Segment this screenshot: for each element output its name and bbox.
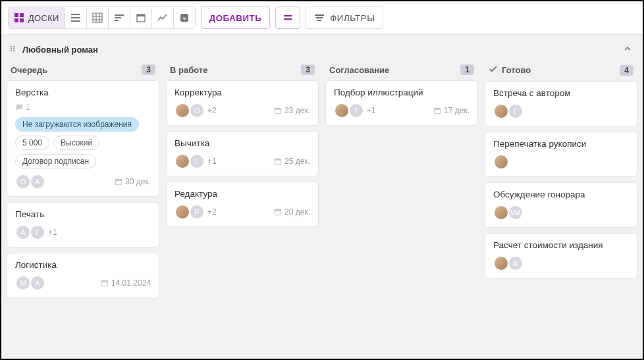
board-title: Любовный роман [22,45,98,55]
cards-list: Верстка1Не загружаются изображения5 000В… [7,80,159,298]
archive-icon [179,13,190,23]
view-grid-button[interactable] [87,7,109,28]
svg-rect-31 [275,159,281,161]
view-calendar-button[interactable] [130,7,152,28]
avatars: Г [174,153,203,169]
column-title: В работе [170,65,207,75]
column: Готово4Встреча с авторомГПерепечатка рук… [485,62,637,352]
avatar [174,103,190,118]
avatar: МА [508,205,523,220]
sort-icon [114,13,124,23]
svg-point-19 [11,48,12,49]
column-count: 3 [301,64,315,75]
card-footer: МА [493,205,629,220]
card-footer: Р+220 дек. [174,204,310,220]
card-title: Перепечатка рукописи [493,139,629,149]
card[interactable]: Верстка1Не загружаются изображения5 000В… [7,80,159,197]
card-title: Расчет стоимости издания [493,240,629,250]
calendar-small-icon [433,107,441,115]
card-title: Обсуждение гонорара [493,190,629,199]
avatar [493,205,509,220]
boards-icon [14,13,24,23]
svg-point-22 [13,48,14,49]
due-date: 17 дек. [433,106,470,115]
more-avatars: +1 [48,228,57,237]
card[interactable]: Подбор иллюстрацийГ+117 дек. [325,80,478,126]
card-title: Верстка [15,88,151,97]
due-date: 23 дек. [274,106,310,115]
chevron-up-icon [623,44,632,53]
board-header: Любовный роман [1,35,643,62]
card-title: Подбор иллюстраций [334,88,470,97]
tags: Не загружаются изображения5 000ВысокийДо… [15,117,151,168]
svg-point-20 [11,50,12,51]
due-date: 30 дек. [115,177,151,186]
column-title: Согласование [329,65,389,75]
svg-point-21 [13,46,14,47]
card-footer: ОА30 дек. [15,174,151,190]
card[interactable]: Обсуждение гонорараМА [485,182,637,228]
cards-list: Встреча с авторомГПерепечатка рукописиОб… [485,81,637,278]
view-boards-button[interactable]: ДОСКИ [9,7,65,28]
collapse-button[interactable] [620,41,635,58]
tag: Договор подписан [15,154,96,168]
avatar: Г [189,153,205,169]
card-title: Вычитка [174,138,310,148]
avatar [493,103,509,119]
svg-rect-33 [275,209,281,211]
view-list-button[interactable] [65,7,87,28]
comments-indicator: 1 [15,103,151,112]
card[interactable]: РедактураР+220 дек. [166,182,319,227]
avatar [334,103,350,118]
drag-handle-icon[interactable] [9,45,17,55]
app-root: ДОСКИ ДОБАВИТЬ [0,0,644,360]
column-count: 1 [460,64,474,75]
column-header: Очередь3 [7,62,159,80]
avatars: АГ [15,224,44,240]
card-footer: АГ+1 [15,224,151,240]
add-button[interactable]: ДОБАВИТЬ [201,7,271,29]
avatar: Г [348,103,364,118]
card-footer: Г+117 дек. [334,103,470,118]
equals-icon [282,14,293,21]
column-count: 4 [620,65,633,76]
card-title: Встреча с автором [493,88,629,98]
card-footer: Г [493,103,629,119]
avatars: Р [174,204,203,220]
cards-list: Подбор иллюстрацийГ+117 дек. [325,80,478,126]
svg-rect-4 [71,14,80,15]
card[interactable]: ЛогистикаМА14.01.2024 [7,253,159,298]
avatars: МА [493,205,522,220]
svg-rect-3 [20,18,24,22]
card[interactable]: ВычиткаГ+125 дек. [166,131,319,176]
card-footer: МА14.01.2024 [15,275,151,291]
card[interactable]: Перепечатка рукописи [485,132,637,177]
avatar: Г [508,103,523,119]
view-sort-button[interactable] [109,7,130,28]
card-title: Печать [15,209,151,219]
svg-rect-29 [275,108,281,110]
filters-button[interactable]: ФИЛЬТРЫ [306,7,383,29]
avatar [493,154,509,170]
avatars: А [493,255,522,271]
view-archive-button[interactable] [174,7,195,28]
svg-rect-1 [20,13,24,17]
tag: 5 000 [15,136,49,150]
view-chart-button[interactable] [152,7,174,28]
add-menu-button[interactable] [275,7,300,29]
card[interactable]: ПечатьАГ+1 [7,202,159,247]
comment-icon [15,103,24,112]
avatar: А [15,224,31,240]
card-title: Корректура [174,88,310,97]
filters-label: ФИЛЬТРЫ [330,13,375,23]
svg-point-23 [13,50,14,51]
due-date: 25 дек. [274,157,310,166]
svg-rect-9 [115,20,119,21]
card[interactable]: Встреча с авторомГ [485,81,637,126]
card[interactable]: КорректураО+223 дек. [166,80,319,126]
card[interactable]: Расчет стоимости изданияА [485,233,637,278]
card-title: Редактура [174,189,310,199]
svg-rect-12 [180,14,188,22]
column-title: Готово [502,65,531,75]
card-title: Логистика [15,260,151,270]
